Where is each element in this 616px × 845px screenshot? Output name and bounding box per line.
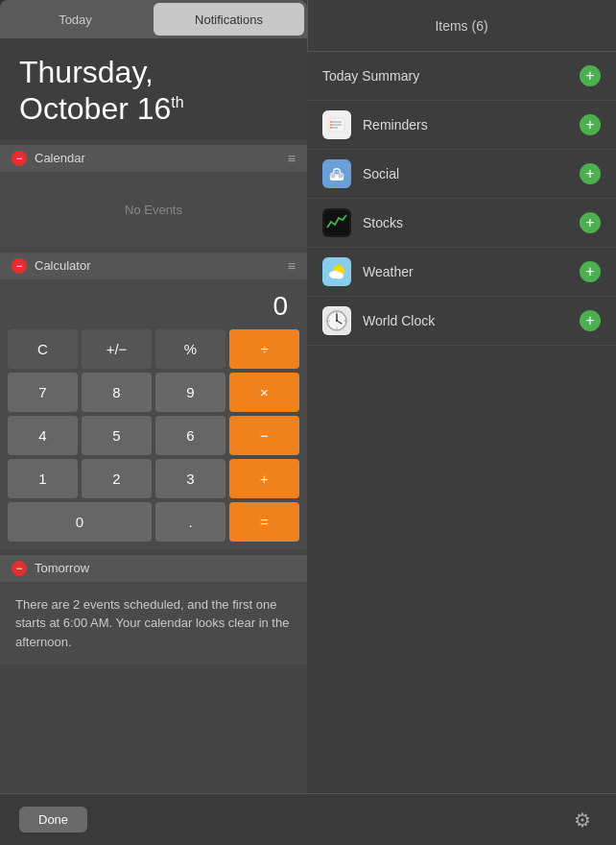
- calc-btn-c[interactable]: C: [8, 329, 78, 369]
- today-summary-label: Today Summary: [322, 68, 419, 84]
- tab-bar: Today Notifications: [0, 0, 307, 38]
- calendar-body: No Events: [0, 172, 307, 247]
- no-events-label: No Events: [125, 203, 182, 217]
- svg-point-4: [330, 121, 332, 123]
- svg-point-21: [334, 273, 344, 279]
- stocks-label: Stocks: [363, 215, 403, 230]
- world-clock-label: World Clock: [363, 313, 435, 328]
- reminders-add-button[interactable]: [580, 114, 601, 135]
- calc-btn-9[interactable]: 9: [155, 373, 225, 412]
- calc-btn-7[interactable]: 7: [8, 373, 78, 412]
- stocks-add-button[interactable]: [580, 212, 601, 233]
- calculator-remove-button[interactable]: [12, 258, 27, 274]
- calc-btn-equals[interactable]: =: [229, 502, 299, 542]
- svg-point-5: [330, 124, 332, 126]
- items-count-label: Items (6): [435, 18, 487, 34]
- stocks-row[interactable]: Stocks: [307, 199, 616, 248]
- svg-point-16: [338, 171, 339, 172]
- date-display: Thursday, October 16th: [19, 54, 288, 128]
- reminders-label: Reminders: [363, 117, 428, 133]
- tomorrow-remove-button[interactable]: [12, 561, 27, 576]
- tab-today[interactable]: Today: [0, 0, 151, 38]
- gear-icon[interactable]: ⚙: [574, 809, 597, 832]
- today-summary-add-button[interactable]: [580, 65, 601, 86]
- weather-add-button[interactable]: [580, 261, 601, 282]
- calendar-title: Calendar: [35, 151, 85, 165]
- calc-btn-add[interactable]: +: [229, 459, 299, 498]
- calc-btn-divide[interactable]: ÷: [229, 329, 299, 369]
- right-panel: Today Summary Reminders: [307, 52, 616, 807]
- calc-btn-8[interactable]: 8: [82, 373, 152, 412]
- calc-btn-multiply[interactable]: ×: [229, 373, 299, 412]
- calc-btn-decimal[interactable]: .: [155, 502, 225, 542]
- reminders-row[interactable]: Reminders: [307, 101, 616, 150]
- svg-point-27: [336, 320, 338, 322]
- today-summary-row[interactable]: Today Summary: [307, 52, 616, 101]
- calculator-header: Calculator ≡: [0, 253, 307, 279]
- calc-btn-0[interactable]: 0: [8, 502, 152, 542]
- calc-btn-2[interactable]: 2: [82, 459, 152, 498]
- social-add-button[interactable]: [580, 163, 601, 184]
- calc-btn-3[interactable]: 3: [155, 459, 225, 498]
- svg-point-6: [330, 127, 332, 129]
- social-row[interactable]: Social: [307, 150, 616, 199]
- world-clock-add-button[interactable]: [580, 310, 601, 331]
- calendar-header: Calendar ≡: [0, 145, 307, 172]
- svg-point-14: [334, 171, 335, 172]
- tomorrow-section: Tomorrow There are 2 events scheduled, a…: [0, 555, 307, 665]
- world-clock-icon: [322, 306, 351, 335]
- calc-btn-subtract[interactable]: −: [229, 416, 299, 455]
- weather-row[interactable]: Weather: [307, 248, 616, 297]
- calculator-grid: C +/− % ÷ 7 8 9 × 4 5 6 − 1 2 3 + 0: [8, 329, 299, 542]
- calendar-remove-button[interactable]: [12, 151, 27, 166]
- reminders-icon: [322, 110, 351, 139]
- tomorrow-body: There are 2 events scheduled, and the fi…: [0, 582, 307, 665]
- stocks-icon: [322, 208, 351, 237]
- calc-btn-6[interactable]: 6: [155, 416, 225, 455]
- social-label: Social: [363, 166, 399, 181]
- calculator-body: 0 C +/− % ÷ 7 8 9 × 4 5 6 − 1 2: [0, 279, 307, 549]
- calc-btn-5[interactable]: 5: [82, 416, 152, 455]
- weather-label: Weather: [363, 264, 414, 279]
- world-clock-row[interactable]: World Clock: [307, 297, 616, 346]
- date-area: Thursday, October 16th: [0, 38, 307, 139]
- left-panel: Thursday, October 16th Calendar ≡ No Eve…: [0, 38, 307, 807]
- tomorrow-header: Tomorrow: [0, 555, 307, 582]
- tomorrow-text: There are 2 events scheduled, and the fi…: [15, 595, 292, 652]
- weather-icon: [322, 257, 351, 286]
- calc-btn-4[interactable]: 4: [8, 416, 78, 455]
- calc-btn-plusminus[interactable]: +/−: [82, 329, 152, 369]
- calc-btn-percent[interactable]: %: [155, 329, 225, 369]
- tomorrow-title: Tomorrow: [35, 561, 89, 575]
- tab-notifications[interactable]: Notifications: [154, 3, 304, 36]
- social-icon: [322, 159, 351, 188]
- calculator-reorder-icon[interactable]: ≡: [288, 258, 296, 274]
- calendar-reorder-icon[interactable]: ≡: [288, 151, 296, 166]
- calc-btn-1[interactable]: 1: [8, 459, 78, 498]
- svg-point-12: [331, 174, 336, 179]
- calculator-display: 0: [8, 287, 299, 329]
- calculator-section: Calculator ≡ 0 C +/− % ÷ 7 8 9 × 4 5: [0, 253, 307, 549]
- svg-point-15: [336, 171, 337, 172]
- calendar-section: Calendar ≡ No Events: [0, 145, 307, 247]
- done-button[interactable]: Done: [19, 807, 87, 833]
- calculator-title: Calculator: [35, 258, 91, 273]
- bottom-bar: Done ⚙: [0, 793, 616, 845]
- right-header: Items (6): [307, 0, 616, 52]
- svg-point-13: [339, 174, 344, 179]
